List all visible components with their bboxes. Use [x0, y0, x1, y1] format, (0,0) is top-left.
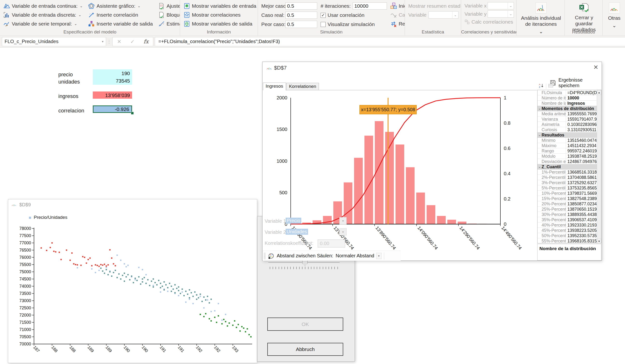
close-and-save-results-button[interactable]: Cerrar y guardar resultados: [568, 2, 600, 32]
recompose-button[interactable]: Recomponer: [390, 20, 405, 28]
best-case-input[interactable]: [285, 2, 317, 10]
stats-row[interactable]: 35%-Percent13906537.4109: [537, 217, 597, 223]
stats-row[interactable]: Desviación e124867.094976: [537, 159, 597, 164]
distribution-chart-icon: [535, 2, 547, 13]
stats-row[interactable]: 50%-Percent13952330.5735: [537, 233, 597, 238]
svg-text:192: 192: [213, 345, 221, 353]
input-cells[interactable]: 190 73545: [93, 69, 132, 85]
stats-row[interactable]: 1%-Percentil13668516.3318: [537, 169, 597, 175]
stats-row[interactable]: 10%-Percent13798371.5669: [537, 191, 597, 196]
confirm-entry-icon[interactable]: ✓: [130, 39, 135, 45]
stats-row[interactable]: Nombre de laIngresos: [537, 101, 597, 106]
variable-x-select[interactable]: ⌄: [488, 2, 514, 9]
discrete-input-variable-button[interactable]: Variable de entrada discreta:⌄: [3, 11, 83, 19]
ok-button[interactable]: OK: [267, 317, 343, 331]
continuous-input-variable-button[interactable]: Variable de entrada continua:⌄: [3, 2, 83, 10]
show-correlations-button[interactable]: Mostrar correlaciones: [184, 11, 255, 19]
individual-iteration-analysis-button[interactable]: Análisis individual de iteraciones ⌄: [520, 2, 562, 34]
spacing-dropdown[interactable]: Normaler Abstand ▾: [336, 253, 381, 259]
stats-row[interactable]: Curtosis3.13102930511: [537, 127, 597, 132]
chevron-down-icon: ⌄: [137, 4, 141, 8]
stats-row[interactable]: 25%-Percent13870650.1519: [537, 207, 597, 212]
insert-output-variable-button[interactable]: Inserte variable de salida: [88, 20, 153, 28]
stats-row[interactable]: 55%-Percent13968105.8315: [537, 238, 597, 243]
stats-row[interactable]: Módulo13938748.2519: [537, 154, 597, 159]
units-cell-label: unidades: [58, 79, 80, 85]
scatter-chart-window[interactable]: $D$9 Precio/Unidades 7800077500770007650…: [8, 199, 257, 363]
name-box[interactable]: ▾: [2, 37, 106, 46]
svg-text:76500: 76500: [19, 248, 31, 252]
stats-row[interactable]: 20%-Percent13850877.0234: [537, 201, 597, 207]
stats-row[interactable]: 30%-Percent13889355.4438: [537, 212, 597, 217]
stats-row[interactable]: Rango995972.246019: [537, 148, 597, 154]
stats-row[interactable]: Asimetría0.10302283096: [537, 122, 597, 127]
scroll-down-icon[interactable]: ▼: [597, 239, 601, 243]
insert-correlation-button[interactable]: Inserte correlación: [88, 11, 153, 19]
stats-row[interactable]: Varianza15591791407.9: [537, 116, 597, 122]
svg-text:77000: 77000: [19, 241, 31, 245]
variable-y-select[interactable]: ⌄: [488, 10, 514, 18]
visualize-simulation-checkbox[interactable]: ✓Visualizar simulación: [321, 20, 387, 28]
adjust-variables-button[interactable]: Ajuste variables: [158, 2, 180, 10]
stats-section-row[interactable]: ⌄Z_Cuantil: [537, 164, 597, 169]
svg-text:14’290’560.74: 14’290’560.74: [458, 225, 481, 251]
cancel-entry-icon[interactable]: ✕: [117, 39, 122, 45]
stats-row[interactable]: FLOsimula=D4*ROUND(D: [537, 90, 597, 95]
use-correlation-checkbox[interactable]: ✓Usar correlación: [321, 11, 387, 19]
stats-row[interactable]: 3%-Percentil13725292.6327: [537, 180, 597, 185]
svg-text:188: 188: [50, 345, 59, 353]
histogram-dialog[interactable]: $D$7 ✕ Ergebnisse speichern Ingresos Kor…: [262, 62, 602, 261]
stats-row[interactable]: Mínimo13515460.0474: [537, 138, 597, 143]
others-button[interactable]: Otras ⌄: [606, 2, 623, 28]
lock-unlock-button[interactable]: Bloquear/Desbloquear: [158, 11, 180, 19]
formula-bar: ▾ ⋮ ✕ ✓ fx =+FLOsimula_correlacion("Prec…: [0, 36, 625, 48]
stats-section-row[interactable]: ⌄Momentos de distribución: [537, 106, 597, 111]
show-input-variables-button[interactable]: Mostrar variables de entrada: [184, 2, 255, 10]
stats-row[interactable]: Número de it10000: [537, 95, 597, 101]
correlation-value-cell-selected[interactable]: -0.926: [93, 106, 132, 113]
stats-row[interactable]: 40%-Percent13923330.2193: [537, 223, 597, 228]
scatter-plot: 7800077500770007650076000755007500074500…: [8, 199, 257, 363]
variable-x-label: Variable x: [465, 3, 486, 9]
ribbon-group-others: Otras ⌄: [603, 0, 625, 35]
insert-function-icon[interactable]: fx: [144, 38, 149, 45]
estimate-distribution-button[interactable]: Estimar distribución: [158, 20, 180, 28]
name-box-input[interactable]: [2, 39, 99, 44]
toolbar-grip[interactable]: [264, 253, 266, 259]
sort-az-icon[interactable]: AZ: [539, 83, 544, 89]
cancel-simulation-button[interactable]: Cancelar: [390, 11, 405, 19]
show-statistics-summary-button[interactable]: Mostrar resumen estadístico: [408, 2, 458, 10]
stats-row[interactable]: Media aritmé13955550.7699: [537, 111, 597, 116]
iterations-input[interactable]: [353, 2, 387, 10]
scroll-up-icon[interactable]: ▲: [597, 90, 601, 95]
timeseries-variable-button[interactable]: Variable de serie temporal:⌄: [3, 20, 83, 28]
fill-handle[interactable]: [131, 112, 134, 114]
stats-section-row[interactable]: ⌄Resultados: [537, 132, 597, 138]
formula-input[interactable]: =+FLOsimula_correlacion("Precio";"Unidad…: [155, 37, 625, 46]
stats-row[interactable]: 45%-Percent13938223.5205: [537, 228, 597, 233]
statistics-variable-select[interactable]: ⌄: [429, 11, 459, 19]
svg-text:188: 188: [68, 345, 77, 353]
worksheet[interactable]: precio unidades 190 73545 ingresos 13’95…: [0, 48, 625, 364]
units-value-cell[interactable]: 73545: [93, 77, 132, 84]
book-theta-icon: [184, 21, 190, 27]
real-case-input[interactable]: [285, 12, 317, 19]
stats-row[interactable]: 5%-Percentil13753235.8565: [537, 185, 597, 191]
save-results-button[interactable]: Ergebnisse speichern: [550, 77, 602, 88]
stats-row[interactable]: 2%-Percentil13704088.5861: [537, 175, 597, 180]
income-value-cell[interactable]: 13’958’039: [93, 91, 132, 99]
stats-row[interactable]: Máximo14511432.2934: [537, 143, 597, 148]
svg-text:1500: 1500: [277, 127, 287, 132]
histogram-plot: 050010001500200000.20.40.60.8113’490’560…: [262, 62, 537, 261]
close-icon[interactable]: ✕: [592, 63, 600, 71]
price-value-cell[interactable]: 190: [93, 70, 132, 77]
scrollbar[interactable]: ▲ ▼: [597, 90, 601, 243]
palette-icon[interactable]: [268, 253, 274, 259]
worst-case-input[interactable]: [285, 21, 317, 28]
show-output-variables-button[interactable]: Mostrar variables de salida: [184, 20, 255, 28]
stats-row[interactable]: 15%-Percent13827548.2389: [537, 196, 597, 201]
cancel-button[interactable]: Abbruch: [267, 343, 343, 356]
calc-correlations-button[interactable]: Calc correlaciones: [465, 18, 514, 26]
chart-assistant-button[interactable]: Asistente gráfico:⌄: [88, 2, 153, 10]
start-simulation-button[interactable]: Iniciar: [390, 2, 405, 10]
